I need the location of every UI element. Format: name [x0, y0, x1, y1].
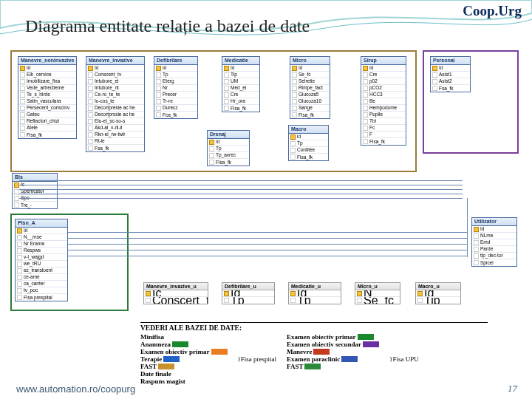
legend-item: Date finale: [140, 370, 228, 378]
field-label: ez_transloent: [24, 267, 52, 273]
legend-item: Manevre: [287, 348, 379, 355]
relation-line: [19, 180, 463, 181]
entity-field: Fsa_fk: [431, 85, 470, 92]
field-label: Tp: [231, 297, 245, 304]
entity-field: Tp: [222, 297, 274, 304]
field-icon: [156, 112, 161, 117]
field-label: Id: [163, 65, 166, 71]
field-icon: [357, 298, 362, 303]
field-icon: [156, 72, 161, 78]
field-label: Id: [299, 65, 302, 71]
field-icon: [363, 99, 368, 104]
entity-field: Ce-ro_te_te: [86, 92, 144, 98]
field-icon: [20, 132, 25, 137]
field-icon: [474, 247, 479, 252]
entity-field: tv_poc: [16, 287, 67, 294]
entity-field: Atele: [18, 125, 76, 132]
primary-key-icon: [146, 291, 151, 296]
field-icon: [20, 72, 25, 78]
app-title: Coop.Urg: [463, 3, 522, 19]
entity-bls: Bls IcSpertfcatorSpoTre_-: [12, 173, 58, 209]
entity-field: Fisa_fk: [290, 112, 330, 118]
legend: VEDERI ALE BAZEI DE DATE: MinifisaAnamne…: [140, 322, 488, 385]
field-label: Te_s_hirde: [27, 92, 50, 98]
field-label: Intubore_el: [95, 78, 119, 84]
entity-field: Imobilizare_fixa: [18, 78, 76, 85]
field-icon: [14, 189, 19, 194]
field-icon: [209, 153, 214, 158]
field-icon: [292, 79, 297, 84]
entity-field: Tr-re: [154, 98, 197, 105]
legend-swatch: [158, 364, 174, 369]
entity-title: Micro_u: [355, 283, 400, 290]
field-icon: [292, 72, 297, 78]
field-icon: [20, 79, 25, 84]
field-label: Vede_artrectieme: [27, 85, 64, 91]
field-label: Parde: [480, 246, 493, 252]
entity-manevre-invazive-u: Manevre_invazive_u IcConscert_tw: [143, 282, 208, 304]
entity-field: Decortpresie ac he: [86, 105, 144, 112]
field-icon: [20, 119, 25, 124]
entity-field: Nr Erama: [16, 241, 67, 248]
field-label: Hr_ora: [231, 98, 245, 104]
field-label: Tp: [216, 146, 222, 151]
field-label: Cre: [231, 92, 238, 98]
relation-line: [68, 250, 467, 250]
entity-field: F: [361, 132, 406, 138]
entity-field: Sange: [290, 105, 330, 112]
entity-field: Id: [222, 290, 274, 297]
field-icon: [17, 248, 22, 253]
entity-field: id: [289, 134, 328, 140]
entity-field: Conscent_tv: [86, 72, 144, 78]
entity-title: Utilizator: [472, 218, 516, 226]
field-icon: [156, 92, 161, 98]
field-label: Nr: [163, 85, 168, 91]
relation-line: [19, 189, 463, 190]
field-icon: [432, 79, 437, 84]
field-icon: [20, 126, 25, 131]
field-label: Elb_cervice: [27, 72, 52, 78]
field-label: Id: [27, 65, 30, 71]
field-label: N__rnse: [24, 234, 42, 240]
field-label: Cre: [369, 72, 377, 78]
field-icon: [156, 79, 161, 84]
field-icon: [417, 298, 423, 303]
field-icon: [156, 106, 161, 111]
entity-field: Contitee: [289, 147, 328, 154]
field-label: Id: [480, 226, 484, 232]
legend-item: Anamneza: [140, 341, 228, 348]
entity-field: Respws: [16, 248, 67, 254]
legend-label: Date finale: [140, 370, 171, 378]
field-label: Id: [216, 139, 219, 145]
field-icon: [292, 112, 297, 117]
field-icon: [432, 72, 437, 78]
legend-swatch: [358, 334, 374, 340]
field-label: Conscert_tw: [152, 297, 208, 304]
entity-field: Cre: [361, 72, 406, 78]
primary-key-icon: [474, 227, 479, 232]
field-label: Rimpe_fact: [299, 85, 323, 91]
entity-field: ce-ame: [16, 274, 67, 281]
field-label: Reflactori_chizi: [27, 118, 59, 124]
field-label: Glucoza10: [299, 98, 321, 104]
entity-field: Asist2: [431, 78, 470, 85]
entity-defibrilare-u: Defibrilare_u IdTp: [222, 282, 275, 304]
field-label: NLme: [480, 233, 493, 239]
entity-field: Parde: [472, 246, 516, 253]
relation-line: [68, 244, 467, 245]
entity-macro: Macro idTpContiteeFisa_fk: [288, 125, 329, 161]
field-label: Akd-al_v-rll-il: [95, 125, 123, 131]
legend-swatch: [313, 349, 330, 355]
field-icon: [224, 79, 229, 84]
field-label: Rkn-el_rw-twlr: [95, 132, 126, 137]
legend-swatch: [211, 349, 228, 355]
field-icon: [17, 282, 22, 287]
field-label: p02: [369, 78, 378, 84]
field-icon: [292, 92, 297, 98]
entity-field: Spicel: [472, 259, 516, 266]
field-icon: [363, 86, 368, 91]
entity-field: Id: [431, 65, 470, 72]
field-label: Durecz: [163, 105, 178, 111]
legend-item: Terapie: [140, 355, 228, 363]
entity-field: Id: [472, 226, 516, 233]
